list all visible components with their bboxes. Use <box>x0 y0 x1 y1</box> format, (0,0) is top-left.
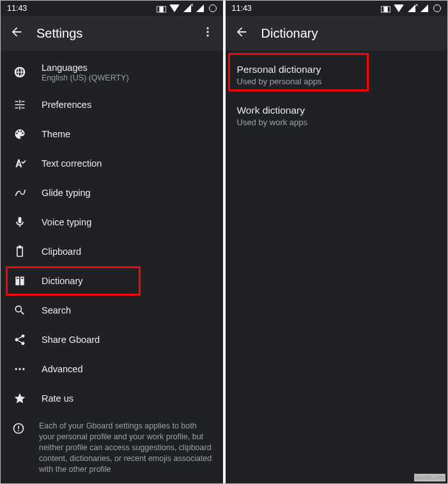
label: Voice typing <box>42 217 91 227</box>
work-dictionary-item[interactable]: Work dictionary Used by work apps <box>226 95 448 136</box>
label: Dictionary <box>42 276 82 286</box>
label: Languages <box>42 63 129 73</box>
text-correction-item[interactable]: Text correction <box>1 149 223 178</box>
label: Clipboard <box>42 246 81 257</box>
back-button[interactable] <box>235 25 249 42</box>
clipboard-icon <box>12 245 27 258</box>
dictionary-list: Personal dictionary Used by personal app… <box>226 50 448 483</box>
share-icon <box>12 333 27 346</box>
advanced-item[interactable]: Advanced <box>1 354 223 384</box>
signal-icon-2 <box>421 4 429 12</box>
label: Preferences <box>42 100 91 110</box>
status-bar: 11:43 ▯▮▯ x <box>226 1 448 16</box>
dictionary-item[interactable]: Dictionary <box>1 266 223 296</box>
page-title: Settings <box>36 26 82 41</box>
preferences-item[interactable]: Preferences <box>1 90 223 119</box>
right-screen: 11:43 ▯▮▯ x Dictionary Personal dictiona… <box>226 1 448 483</box>
label: Personal dictionary <box>237 64 436 75</box>
signal-icon: x <box>408 4 417 12</box>
info-note: Each of your Gboard settings applies to … <box>1 413 223 482</box>
left-screen: 11:43 ▯▮▯ x Settings LanguagesEnglish (U… <box>1 1 223 483</box>
label: Advanced <box>42 364 83 374</box>
star-icon <box>12 392 27 405</box>
search-item[interactable]: Search <box>1 296 223 325</box>
label: Glide typing <box>42 188 91 198</box>
label: Text correction <box>42 158 102 169</box>
watermark: wsxdn.com <box>414 474 445 481</box>
back-button[interactable] <box>10 25 24 42</box>
subtitle: Used by personal apps <box>237 77 436 86</box>
globe-icon <box>12 66 27 79</box>
subtitle: Used by work apps <box>237 117 436 127</box>
app-bar: Settings <box>1 16 223 50</box>
status-icons: ▯▮▯ x <box>156 4 217 13</box>
circle-icon <box>433 4 441 12</box>
wifi-icon <box>169 4 180 12</box>
signal-icon-2 <box>196 4 205 12</box>
status-icons: ▯▮▯ x <box>380 4 441 13</box>
languages-item[interactable]: LanguagesEnglish (US) (QWERTY) <box>1 54 223 90</box>
glide-typing-item[interactable]: Glide typing <box>1 178 223 208</box>
info-icon <box>12 422 25 435</box>
label: Share Gboard <box>42 335 100 345</box>
sliders-icon <box>12 98 27 111</box>
label: Work dictionary <box>237 105 436 116</box>
search-icon <box>12 304 27 317</box>
vibrate-icon: ▯▮▯ <box>156 4 166 13</box>
personal-dictionary-item[interactable]: Personal dictionary Used by personal app… <box>226 54 448 95</box>
signal-icon: x <box>183 4 192 12</box>
share-gboard-item[interactable]: Share Gboard <box>1 325 223 354</box>
status-time: 11:43 <box>232 4 252 13</box>
page-title: Dictionary <box>261 26 318 41</box>
info-text: Each of your Gboard settings applies to … <box>39 421 214 474</box>
app-bar: Dictionary <box>226 16 448 50</box>
rate-us-item[interactable]: Rate us <box>1 384 223 413</box>
theme-item[interactable]: Theme <box>1 119 223 149</box>
settings-list: LanguagesEnglish (US) (QWERTY) Preferenc… <box>1 50 223 483</box>
subtitle: English (US) (QWERTY) <box>42 73 129 82</box>
book-icon <box>12 275 27 287</box>
status-bar: 11:43 ▯▮▯ x <box>1 1 223 16</box>
dots-icon <box>12 363 27 375</box>
status-time: 11:43 <box>7 4 27 13</box>
glide-icon <box>12 186 27 199</box>
clipboard-item[interactable]: Clipboard <box>1 237 223 266</box>
label: Rate us <box>42 393 73 404</box>
text-check-icon <box>12 157 27 170</box>
label: Search <box>42 305 71 315</box>
mic-icon <box>12 216 27 229</box>
overflow-menu-button[interactable] <box>201 26 214 41</box>
circle-icon <box>209 4 217 12</box>
vibrate-icon: ▯▮▯ <box>380 4 390 13</box>
palette-icon <box>12 128 27 140</box>
voice-typing-item[interactable]: Voice typing <box>1 208 223 237</box>
label: Theme <box>42 129 70 139</box>
wifi-icon <box>394 4 404 12</box>
